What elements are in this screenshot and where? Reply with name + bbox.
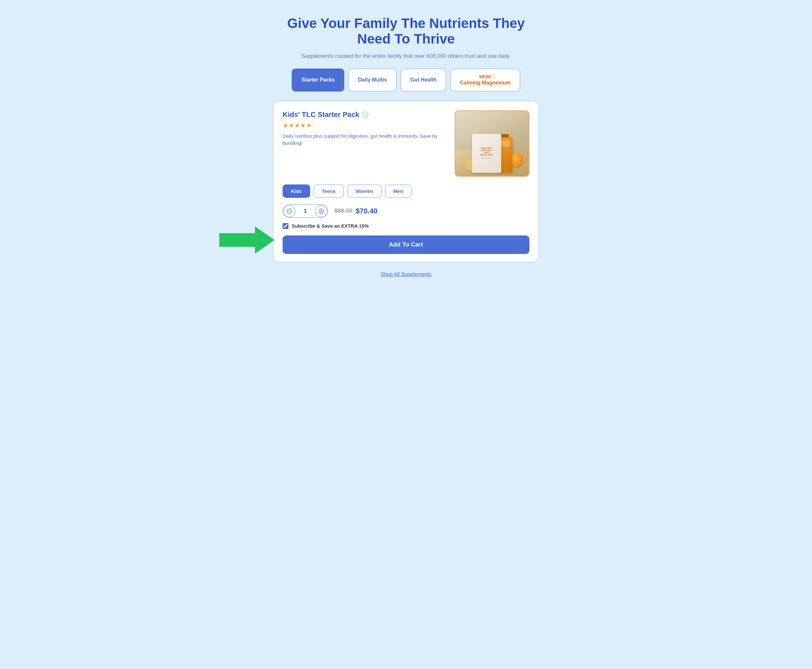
category-tabs: Starter Packs Daily Multis Gut Health NE…	[292, 69, 520, 92]
sale-price: $70.40	[356, 207, 377, 215]
add-to-cart-button[interactable]: Add To Cart	[282, 235, 530, 254]
quantity-decrease-button[interactable]	[283, 205, 296, 217]
variant-teens[interactable]: Teens	[313, 185, 344, 198]
green-arrow	[219, 226, 274, 254]
product-image: FEELS LIKE AHAPPY BELLYAND AHEALTHY BODY…	[455, 111, 530, 176]
price-display: $88.00 $70.40	[335, 207, 377, 215]
subscribe-label: Subscribe & Save an EXTRA 15%	[292, 223, 369, 229]
subscribe-checkbox[interactable]	[282, 223, 288, 229]
shop-all-link[interactable]: Shop All Supplements	[381, 272, 432, 277]
new-badge: NEW!	[460, 74, 511, 79]
tab-gut-health[interactable]: Gut Health	[400, 69, 446, 92]
info-icon[interactable]: i	[362, 111, 368, 118]
variant-men[interactable]: Men	[385, 185, 412, 198]
original-price: $88.00	[335, 207, 352, 214]
variant-women[interactable]: Women	[347, 185, 382, 198]
product-card: Kids' TLC Starter Pack i ★★★★★ Daily nut…	[273, 101, 539, 262]
quantity-value: 1	[296, 205, 315, 217]
tab-starter-packs[interactable]: Starter Packs	[292, 69, 344, 92]
tab-new-label: Calming Magnesium	[460, 80, 511, 86]
page-subtitle: Supplements curated for the entire famil…	[301, 53, 511, 59]
product-name: Kids' TLC Starter Pack	[282, 111, 359, 119]
product-stars: ★★★★★	[282, 121, 447, 129]
tab-calming-magnesium[interactable]: NEW! Calming Magnesium	[450, 69, 520, 92]
product-description: Daily nutrition plus support for digesti…	[282, 133, 447, 147]
variant-tabs: Kids Teens Women Men	[282, 185, 530, 198]
subscribe-row: Subscribe & Save an EXTRA 15%	[282, 223, 530, 229]
quantity-increase-button[interactable]	[315, 205, 328, 217]
purchase-row: 1 $88.00 $70.40	[282, 204, 530, 218]
product-title-row: Kids' TLC Starter Pack i	[282, 111, 447, 119]
tab-daily-multis[interactable]: Daily Multis	[348, 69, 397, 92]
page-title: Give Your Family The Nutrients They Need…	[273, 15, 539, 47]
variant-kids[interactable]: Kids	[282, 185, 310, 198]
card-bottom: Subscribe & Save an EXTRA 15% Add To Car…	[282, 223, 530, 254]
card-top: Kids' TLC Starter Pack i ★★★★★ Daily nut…	[282, 111, 530, 176]
product-image-placeholder: FEELS LIKE AHAPPY BELLYAND AHEALTHY BODY…	[456, 111, 529, 176]
product-info: Kids' TLC Starter Pack i ★★★★★ Daily nut…	[282, 111, 447, 176]
quantity-control: 1	[282, 204, 328, 218]
